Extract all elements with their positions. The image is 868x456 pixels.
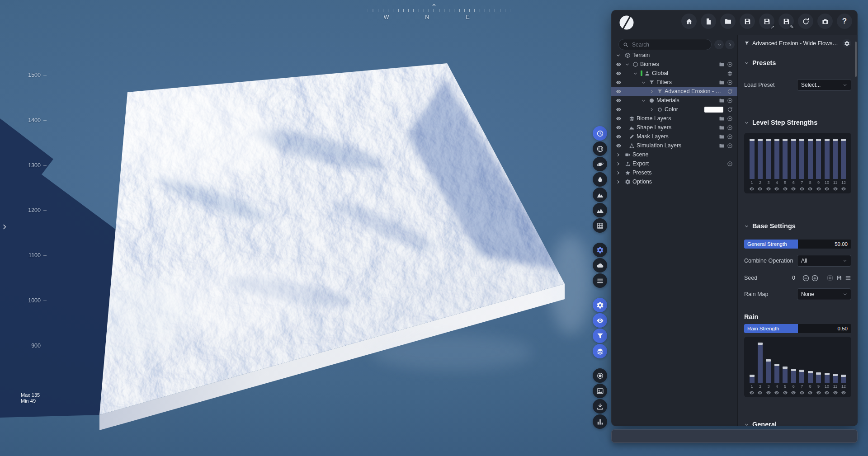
base-settings-section-header[interactable]: Base Settings — [744, 221, 851, 230]
folder-button[interactable] — [719, 98, 725, 103]
folder-button[interactable] — [719, 61, 725, 67]
layers-button[interactable] — [593, 344, 607, 358]
save-button[interactable] — [740, 14, 755, 29]
chevron-down-icon[interactable] — [616, 53, 625, 58]
level-step-eye-toggle-12[interactable] — [841, 186, 846, 192]
expand-all-button[interactable] — [725, 40, 735, 49]
refresh-button[interactable] — [727, 89, 733, 94]
stats-button[interactable] — [593, 414, 607, 429]
tree-item-presets[interactable]: Presets — [611, 168, 737, 177]
plus-button[interactable] — [727, 161, 733, 167]
history-view-button[interactable] — [593, 126, 607, 141]
folder-button[interactable] — [719, 143, 725, 149]
record-button[interactable] — [593, 368, 607, 383]
level-step-eye-toggle-7[interactable] — [799, 186, 805, 192]
left-panel-expand-chevron[interactable] — [1, 223, 8, 230]
level-step-slider-6[interactable] — [789, 137, 797, 179]
water-view-button[interactable] — [593, 172, 607, 187]
chevron-right-icon[interactable] — [616, 179, 625, 184]
screenshot-button[interactable] — [817, 14, 833, 29]
visibility-toggle[interactable] — [616, 107, 625, 113]
rain-level-eye-toggle-10[interactable] — [824, 390, 830, 395]
rain-level-eye-toggle-12[interactable] — [841, 390, 846, 395]
level-step-eye-toggle-6[interactable] — [791, 186, 796, 192]
rain-level-eye-toggle-3[interactable] — [766, 390, 771, 395]
snapshot-button[interactable] — [593, 384, 607, 398]
level-step-slider-2[interactable] — [756, 137, 764, 179]
plus-button[interactable] — [727, 134, 733, 140]
rain-level-eye-toggle-11[interactable] — [833, 390, 838, 395]
planet-view-button[interactable] — [593, 157, 607, 171]
visibility-toggle[interactable] — [616, 134, 625, 140]
save-export-button[interactable]: ↗ — [759, 14, 774, 29]
rain-level-slider-3[interactable] — [764, 341, 773, 383]
mountain-view-button[interactable] — [593, 188, 607, 202]
level-step-eye-toggle-11[interactable] — [833, 186, 838, 192]
automation-button[interactable] — [593, 298, 607, 312]
chevron-right-icon[interactable] — [649, 107, 657, 112]
tree-item-shape-layers[interactable]: Shape Layers — [611, 123, 737, 132]
rain-level-slider-5[interactable] — [781, 341, 789, 383]
plus-button[interactable] — [727, 98, 733, 103]
visibility-toggle[interactable] — [616, 98, 625, 103]
level-step-slider-1[interactable] — [748, 137, 756, 179]
globe-view-button[interactable] — [593, 141, 607, 156]
level-step-eye-toggle-5[interactable] — [783, 186, 788, 192]
seed-increment-button[interactable] — [811, 274, 819, 282]
presets-section-header[interactable]: Presets — [744, 58, 851, 67]
random-seed-button[interactable] — [827, 275, 833, 281]
rain-level-eye-toggle-1[interactable] — [749, 390, 755, 395]
level-step-slider-5[interactable] — [781, 137, 789, 179]
folder-button[interactable] — [719, 80, 725, 85]
tree-item-materials[interactable]: Materials — [611, 96, 737, 105]
rain-level-eye-toggle-9[interactable] — [816, 390, 821, 395]
level-step-slider-12[interactable] — [840, 137, 848, 179]
rain-level-slider-11[interactable] — [831, 341, 840, 383]
rain-level-slider-2[interactable] — [756, 341, 764, 383]
visibility-toggle[interactable] — [616, 116, 625, 122]
refresh-button[interactable] — [727, 107, 733, 113]
home-button[interactable] — [681, 14, 697, 29]
level-step-slider-10[interactable] — [823, 137, 831, 179]
rain-strength-slider[interactable]: Rain Strength 0.50 — [744, 324, 851, 333]
visibility-toggle[interactable] — [616, 61, 625, 67]
level-step-eye-toggle-9[interactable] — [816, 186, 821, 192]
tree-item-filters[interactable]: Filters — [611, 78, 737, 87]
level-step-slider-4[interactable] — [773, 137, 781, 179]
level-step-slider-7[interactable] — [798, 137, 806, 179]
level-step-eye-toggle-10[interactable] — [824, 186, 830, 192]
rain-level-eye-toggle-6[interactable] — [791, 390, 796, 395]
tree-item-mask-layers[interactable]: Mask Layers — [611, 132, 737, 141]
layers-button[interactable] — [727, 71, 733, 76]
level-step-slider-9[interactable] — [815, 137, 823, 179]
visibility-toggle[interactable] — [616, 80, 625, 85]
general-section-header[interactable]: General — [744, 420, 851, 426]
console-toggle-button[interactable] — [593, 273, 607, 288]
level-step-slider-8[interactable] — [806, 137, 814, 179]
chevron-down-icon[interactable] — [625, 62, 632, 67]
chevron-right-icon[interactable] — [616, 152, 625, 157]
visibility-toggle[interactable] — [616, 71, 625, 76]
filter-settings-button[interactable] — [842, 39, 851, 48]
combine-operation-select[interactable]: All — [797, 255, 851, 267]
level-step-eye-toggle-3[interactable] — [766, 186, 771, 192]
rain-level-slider-9[interactable] — [815, 341, 823, 383]
seed-list-button[interactable] — [845, 275, 851, 281]
rain-level-eye-toggle-5[interactable] — [783, 390, 788, 395]
tree-item-biomes[interactable]: Biomes — [611, 60, 737, 69]
visibility-button[interactable] — [593, 313, 607, 328]
filters-button[interactable] — [593, 329, 607, 343]
tree-item-advanced-erosion-wide-flows[interactable]: Advanced Erosion - Wide Flows — [611, 87, 737, 96]
clouds-toggle-button[interactable] — [593, 258, 607, 273]
rain-level-slider-7[interactable] — [798, 341, 806, 383]
new-file-button[interactable] — [701, 14, 716, 29]
rain-level-slider-8[interactable] — [806, 341, 814, 383]
chevron-right-icon[interactable] — [616, 170, 625, 175]
folder-button[interactable] — [719, 125, 725, 131]
rain-level-eye-toggle-8[interactable] — [807, 390, 813, 395]
help-button[interactable]: ? — [837, 14, 852, 29]
rain-map-select[interactable]: None — [797, 288, 851, 300]
level-step-slider-11[interactable] — [831, 137, 840, 179]
rain-level-slider-4[interactable] — [773, 341, 781, 383]
tree-item-global[interactable]: Global — [611, 69, 737, 78]
